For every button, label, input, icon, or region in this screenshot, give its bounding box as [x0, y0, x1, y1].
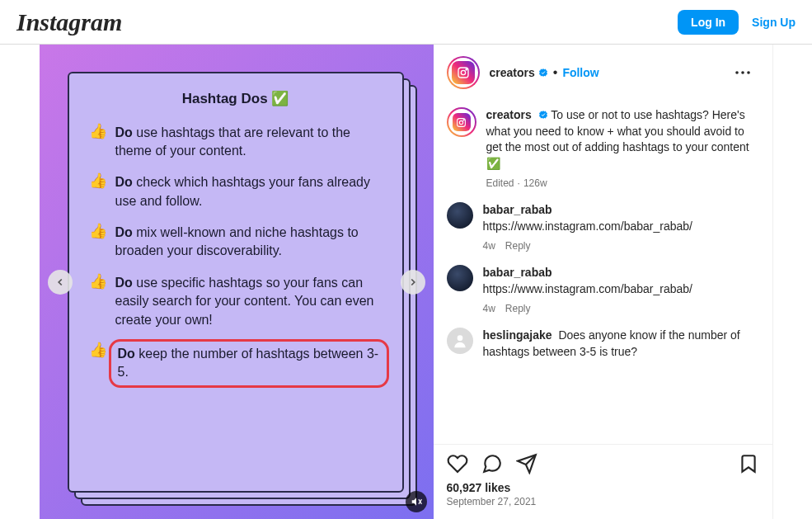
comment-item: babar_rabab https://www.instagram.com/ba…: [447, 202, 759, 253]
do-item-4: 👍 Do use specific hashtags so your fans …: [89, 274, 383, 329]
comment-text: https://www.instagram.com/babar_rabab/: [483, 282, 692, 295]
save-button[interactable]: [738, 453, 759, 474]
commenter-avatar[interactable]: [447, 328, 473, 354]
post-actions: 60,927 likes September 27, 2021: [434, 444, 772, 519]
card-title: Hashtag Dos ✅: [89, 90, 383, 107]
signup-link[interactable]: Sign Up: [752, 16, 796, 29]
commenter-username[interactable]: babar_rabab: [483, 203, 552, 216]
card-main: Hashtag Dos ✅ 👍 Do use hashtags that are…: [68, 72, 404, 493]
thumbs-up-icon: 👍: [89, 272, 107, 290]
comment-button[interactable]: [481, 453, 503, 474]
do-text: Do use specific hashtags so your fans ca…: [115, 274, 383, 329]
caption-avatar[interactable]: [447, 107, 476, 137]
main-content: Hashtag Dos ✅ 👍 Do use hashtags that are…: [0, 45, 812, 519]
do-item-3: 👍 Do mix well-known and niche hashtags t…: [89, 224, 383, 261]
do-item-5: 👍 Do keep the number of hashtags between…: [89, 342, 383, 385]
author-row: creators • Follow: [490, 65, 599, 80]
comment-meta: 4w Reply: [483, 239, 759, 253]
reply-button[interactable]: Reply: [505, 239, 531, 253]
comment-age: 4w: [483, 239, 495, 253]
comment-body: babar_rabab https://www.instagram.com/ba…: [483, 202, 759, 253]
login-button[interactable]: Log In: [678, 10, 739, 35]
caption-username[interactable]: creators: [486, 108, 532, 121]
instagram-logo[interactable]: Instagram: [16, 8, 122, 36]
post-date: September 27, 2021: [447, 496, 759, 507]
do-item-1: 👍 Do use hashtags that are relevant to t…: [89, 124, 383, 161]
do-text: Do mix well-known and niche hashtags to …: [115, 224, 383, 261]
svg-point-4: [466, 69, 467, 70]
card-stack: Hashtag Dos ✅ 👍 Do use hashtags that are…: [59, 64, 414, 509]
carousel-prev-button[interactable]: [48, 270, 73, 295]
svg-point-7: [747, 71, 750, 74]
post-caption: creators To use or not to use hashtags? …: [447, 107, 759, 191]
commenter-avatar[interactable]: [447, 265, 473, 291]
thumbs-up-icon: 👍: [89, 341, 107, 359]
author-username[interactable]: creators: [490, 66, 535, 79]
comments-section: creators To use or not to use hashtags? …: [434, 101, 772, 444]
author-avatar[interactable]: [447, 56, 480, 89]
caption-meta: Edited · 126w: [486, 177, 759, 191]
follow-link[interactable]: Follow: [562, 66, 598, 79]
caption-body: creators To use or not to use hashtags? …: [486, 107, 759, 191]
commenter-avatar[interactable]: [447, 202, 473, 229]
comment-meta: 4w Reply: [483, 302, 759, 316]
thumbs-up-icon: 👍: [89, 122, 107, 140]
header-actions: Log In Sign Up: [678, 10, 796, 35]
like-button[interactable]: [447, 453, 468, 474]
comment-body: heslingajake Does anyone know if the num…: [483, 328, 759, 360]
comment-age: 4w: [483, 302, 495, 316]
reply-button[interactable]: Reply: [505, 302, 531, 316]
action-row: [447, 453, 759, 474]
mute-icon[interactable]: [406, 491, 427, 512]
svg-point-3: [461, 70, 465, 74]
do-text: Do use hashtags that are relevant to the…: [115, 124, 383, 161]
edited-label: Edited: [486, 177, 514, 191]
post-media: Hashtag Dos ✅ 👍 Do use hashtags that are…: [40, 45, 434, 519]
comment-text: https://www.instagram.com/babar_rabab/: [483, 219, 692, 233]
svg-point-6: [741, 71, 744, 74]
thumbs-up-icon: 👍: [89, 172, 107, 190]
svg-point-10: [463, 119, 464, 120]
do-item-2: 👍 Do check which hashtags your fans alre…: [89, 173, 383, 210]
do-text: Do check which hashtags your fans alread…: [115, 173, 383, 210]
app-header: Instagram Log In Sign Up: [0, 0, 812, 45]
thumbs-up-icon: 👍: [89, 222, 107, 240]
separator: •: [553, 65, 558, 80]
share-button[interactable]: [516, 453, 537, 474]
post-header: creators • Follow: [434, 45, 772, 101]
commenter-username[interactable]: heslingajake: [483, 328, 552, 342]
verified-badge-icon: [538, 68, 548, 78]
comment-item: babar_rabab https://www.instagram.com/ba…: [447, 265, 759, 316]
comment-item: heslingajake Does anyone know if the num…: [447, 328, 759, 360]
likes-count[interactable]: 60,927 likes: [447, 481, 759, 494]
commenter-username[interactable]: babar_rabab: [483, 266, 552, 279]
comment-body: babar_rabab https://www.instagram.com/ba…: [483, 265, 759, 316]
post-container: Hashtag Dos ✅ 👍 Do use hashtags that are…: [40, 45, 773, 519]
svg-point-5: [735, 71, 739, 74]
do-text-highlighted: Do keep the number of hashtags between 3…: [109, 339, 389, 388]
more-options-button[interactable]: [726, 56, 759, 89]
caption-age: 126w: [523, 177, 547, 191]
verified-badge-icon: [538, 110, 548, 120]
carousel-next-button[interactable]: [401, 270, 425, 295]
svg-point-9: [459, 120, 462, 124]
post-info: creators • Follow: [434, 45, 773, 519]
svg-point-11: [457, 335, 462, 341]
